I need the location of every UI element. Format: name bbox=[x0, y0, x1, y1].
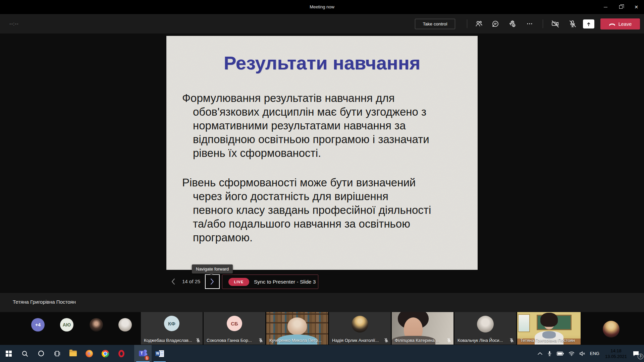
photo-avatar[interactable] bbox=[118, 318, 132, 331]
slide-position-label: 14 of 25 bbox=[182, 276, 200, 288]
more-options-button[interactable] bbox=[523, 17, 537, 31]
window-title: Meeting now bbox=[0, 0, 644, 14]
participant-tile[interactable]: СБ Соколова Ганна Бор... bbox=[204, 312, 265, 345]
participant-tile[interactable]: КФ Коджебаш Владислав... bbox=[141, 312, 203, 345]
battery-icon bbox=[557, 352, 564, 356]
opera-icon bbox=[118, 350, 124, 357]
leave-button[interactable]: Leave bbox=[600, 18, 640, 29]
slide-paragraph: Рівень сформованості може бути визначени… bbox=[182, 176, 471, 244]
participants-button[interactable] bbox=[472, 17, 486, 31]
initials-avatar[interactable]: АЮ bbox=[60, 318, 73, 331]
participant-name: Ковальчук Ліна Йоси... bbox=[458, 338, 503, 343]
participant-name: Соколова Ганна Бор... bbox=[207, 338, 252, 343]
participant-video-tile[interactable]: Філіпцова Катерина ... bbox=[392, 312, 453, 345]
cortana-icon bbox=[38, 351, 44, 356]
firefox-button[interactable] bbox=[81, 345, 97, 362]
chevron-up-icon bbox=[538, 352, 542, 355]
mic-toggle-button[interactable] bbox=[566, 17, 580, 31]
active-speaker-video-tile[interactable]: Тетяна Григорівна Постоян bbox=[517, 312, 581, 345]
teams-meeting-window: Meeting now ✕ --:-- Take control bbox=[0, 0, 644, 362]
wifi-icon bbox=[569, 351, 575, 356]
raise-hand-button[interactable] bbox=[505, 17, 520, 31]
chat-button[interactable] bbox=[488, 17, 502, 31]
sync-label: Sync to Presenter - Slide 3 bbox=[254, 279, 316, 285]
active-speaker-name: Тетяна Григорівна Постоян bbox=[13, 299, 76, 305]
slide-text-line: рівень їх сформованості. bbox=[182, 146, 471, 160]
volume-muted-icon bbox=[579, 351, 585, 356]
word-taskbar-button[interactable]: W bbox=[152, 345, 168, 362]
chat-icon bbox=[491, 20, 499, 28]
teams-taskbar-button[interactable]: T 1 bbox=[134, 345, 152, 362]
participant-name: Тетяна Григорівна Постоян bbox=[520, 338, 575, 343]
tray-battery-button[interactable] bbox=[554, 345, 566, 362]
windows-taskbar: T 1 W bbox=[0, 345, 644, 362]
slide-paragraph: Формулювання результатів навчання для об… bbox=[182, 91, 471, 160]
restore-button[interactable] bbox=[613, 0, 629, 14]
search-icon bbox=[21, 350, 28, 357]
slide-text-line: Рівень сформованості може бути визначени… bbox=[182, 176, 471, 189]
windows-logo-icon bbox=[6, 351, 12, 357]
participant-initials-avatar: КФ bbox=[164, 316, 179, 331]
taskbar-search-button[interactable] bbox=[17, 345, 33, 362]
slide-title: Результати навчання bbox=[166, 52, 478, 74]
teams-notification-badge: 1 bbox=[144, 355, 150, 361]
opera-button[interactable] bbox=[113, 345, 129, 362]
window-titlebar: Meeting now ✕ bbox=[0, 0, 644, 14]
slide-text-line: відповідною освітньою програмою і зазнач… bbox=[182, 132, 471, 146]
share-screen-icon bbox=[586, 21, 591, 27]
tray-volume-button[interactable] bbox=[577, 345, 588, 362]
camera-off-icon bbox=[551, 19, 559, 28]
participant-tile[interactable]: Надія Орлик Анатолії... bbox=[329, 312, 391, 345]
language-indicator[interactable]: ENG bbox=[588, 345, 602, 362]
camera-toggle-button[interactable] bbox=[548, 17, 562, 31]
meeting-toolbar: --:-- Take control bbox=[0, 14, 644, 34]
minimize-button[interactable] bbox=[598, 0, 613, 14]
file-explorer-icon bbox=[69, 351, 77, 356]
raise-hand-icon bbox=[508, 20, 517, 28]
slide-text-line: обов'язкових дисциплін має бути узгоджен… bbox=[182, 105, 471, 119]
chevron-right-icon bbox=[210, 278, 214, 285]
shared-presentation-slide: Результати навчання Формулювання результ… bbox=[166, 36, 478, 270]
photo-avatar[interactable] bbox=[90, 318, 103, 331]
photo-avatar[interactable] bbox=[603, 321, 620, 338]
start-button[interactable] bbox=[1, 345, 17, 362]
task-view-icon bbox=[54, 351, 60, 357]
take-control-button[interactable]: Take control bbox=[415, 19, 455, 29]
toolbar-divider bbox=[543, 19, 543, 28]
chevron-left-icon bbox=[171, 278, 175, 285]
close-icon: ✕ bbox=[634, 5, 638, 9]
tray-network-button[interactable] bbox=[566, 345, 577, 362]
participant-name: Кучеренко Микола Петр... bbox=[269, 338, 322, 343]
participant-filmstrip: +4 АЮ КФ Коджебаш Владислав... СБ Соколо… bbox=[0, 312, 644, 345]
action-center-button[interactable]: 3 bbox=[630, 345, 644, 362]
cortana-button[interactable] bbox=[33, 345, 49, 362]
overflow-count-avatar[interactable]: +4 bbox=[31, 318, 45, 331]
tray-expand-button[interactable] bbox=[535, 345, 545, 362]
mic-off-icon bbox=[384, 338, 389, 343]
participant-name: Філіпцова Катерина ... bbox=[395, 338, 439, 343]
chrome-icon bbox=[102, 350, 109, 357]
file-explorer-button[interactable] bbox=[65, 345, 81, 362]
slide-text-line: програмою. bbox=[182, 231, 471, 244]
participant-tile[interactable]: Ковальчук Ліна Йоси... bbox=[454, 312, 516, 345]
tray-mic-button[interactable] bbox=[545, 345, 554, 362]
participant-initials-avatar: СБ bbox=[227, 316, 242, 331]
leave-label: Leave bbox=[619, 21, 632, 27]
chrome-button[interactable] bbox=[97, 345, 113, 362]
video-thumbnail bbox=[540, 313, 558, 327]
window-controls: ✕ bbox=[598, 0, 644, 14]
close-button[interactable]: ✕ bbox=[629, 0, 644, 14]
task-view-button[interactable] bbox=[49, 345, 65, 362]
share-screen-button[interactable] bbox=[583, 19, 594, 28]
participant-name: Коджебаш Владислав... bbox=[144, 338, 192, 343]
navigate-forward-button[interactable] bbox=[205, 274, 220, 289]
live-badge: LIVE bbox=[228, 278, 249, 286]
taskbar-clock[interactable]: 14:18 13.05.2021 bbox=[602, 348, 630, 359]
participant-video-tile[interactable]: Кучеренко Микола Петр... bbox=[266, 312, 328, 345]
sync-to-presenter-button[interactable]: LIVE Sync to Presenter - Slide 3 bbox=[222, 275, 318, 289]
navigate-back-button[interactable] bbox=[167, 276, 179, 288]
participant-name: Надія Орлик Анатолії... bbox=[332, 338, 379, 343]
slide-text-line: Формулювання результатів навчання для bbox=[182, 91, 471, 105]
firefox-icon bbox=[86, 350, 93, 357]
participant-photo-avatar bbox=[477, 316, 494, 333]
